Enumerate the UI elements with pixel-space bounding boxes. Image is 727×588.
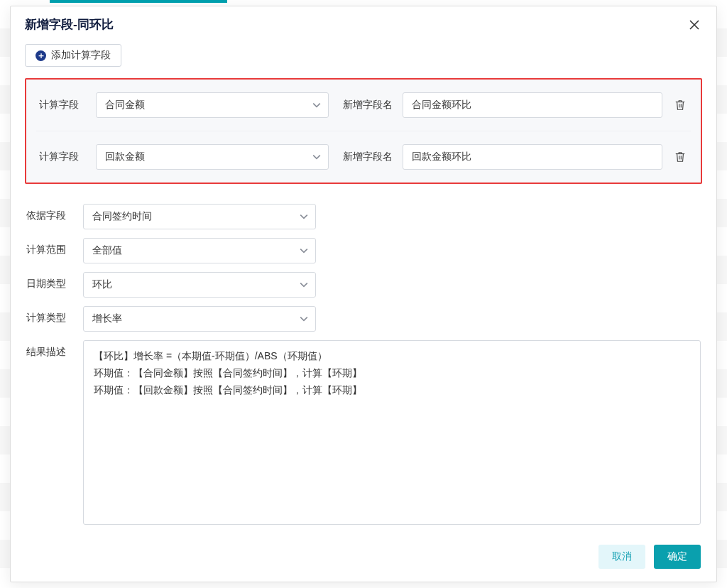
newname-label: 新增字段名 xyxy=(339,99,393,111)
modal-header: 新增字段-同环比 xyxy=(11,6,716,41)
calc-type-value: 增长率 xyxy=(92,312,122,325)
calc-field-select[interactable]: 回款金额 xyxy=(96,144,329,170)
calc-fields-block: 计算字段 合同金额 新增字段名 计算字段 回款金额 新增字段名 xyxy=(25,78,702,184)
calc-field-label: 计算字段 xyxy=(39,99,86,111)
date-type-label: 日期类型 xyxy=(26,272,73,290)
chevron-down-icon xyxy=(312,153,321,161)
calc-field-label: 计算字段 xyxy=(39,151,86,163)
basis-label: 依据字段 xyxy=(26,204,73,222)
date-type-select[interactable]: 环比 xyxy=(83,272,316,298)
cancel-button[interactable]: 取消 xyxy=(598,545,645,569)
range-value: 全部值 xyxy=(92,244,122,257)
calc-row: 计算字段 回款金额 新增字段名 xyxy=(36,131,691,183)
chevron-down-icon xyxy=(312,101,321,109)
calc-field-select[interactable]: 合同金额 xyxy=(96,92,329,118)
trash-icon[interactable] xyxy=(672,97,688,113)
calc-field-value: 合同金额 xyxy=(105,99,145,111)
date-type-value: 环比 xyxy=(92,278,112,291)
basis-value: 合同签约时间 xyxy=(92,210,152,223)
calc-row: 计算字段 合同金额 新增字段名 xyxy=(36,80,691,131)
config-grid: 依据字段 合同签约时间 计算范围 全部值 日期类型 环比 xyxy=(25,200,702,529)
modal-title: 新增字段-同环比 xyxy=(25,16,114,33)
add-calc-field-button[interactable]: ＋ 添加计算字段 xyxy=(25,44,121,67)
range-label: 计算范围 xyxy=(26,238,73,256)
calc-field-value: 回款金额 xyxy=(105,151,145,163)
calc-type-label: 计算类型 xyxy=(26,306,73,325)
modal-add-field-ratio: 新增字段-同环比 ＋ 添加计算字段 计算字段 合同金额 新增字段名 xyxy=(10,6,717,582)
newname-input[interactable] xyxy=(403,92,662,118)
date-type-row: 日期类型 环比 xyxy=(25,268,702,302)
close-icon[interactable] xyxy=(687,17,702,33)
plus-circle-icon: ＋ xyxy=(35,50,46,61)
ok-button[interactable]: 确定 xyxy=(654,545,701,569)
add-button-label: 添加计算字段 xyxy=(51,49,111,62)
modal-body: ＋ 添加计算字段 计算字段 合同金额 新增字段名 计算字段 回款金额 xyxy=(11,41,716,535)
chevron-down-icon xyxy=(300,281,308,289)
basis-select[interactable]: 合同签约时间 xyxy=(83,204,316,229)
modal-footer: 取消 确定 xyxy=(11,535,716,582)
chevron-down-icon xyxy=(300,212,308,221)
range-row: 计算范围 全部值 xyxy=(25,234,702,268)
newname-input[interactable] xyxy=(403,144,662,170)
chevron-down-icon xyxy=(300,246,308,255)
desc-row: 结果描述 【环比】增长率 =（本期值-环期值）/ABS（环期值） 环期值：【合同… xyxy=(25,336,702,529)
trash-icon[interactable] xyxy=(672,149,688,165)
calc-type-row: 计算类型 增长率 xyxy=(25,302,702,336)
basis-row: 依据字段 合同签约时间 xyxy=(25,200,702,234)
range-select[interactable]: 全部值 xyxy=(83,238,316,263)
result-description: 【环比】增长率 =（本期值-环期值）/ABS（环期值） 环期值：【合同金额】按照… xyxy=(83,340,701,525)
chevron-down-icon xyxy=(300,315,308,323)
newname-label: 新增字段名 xyxy=(339,151,393,163)
desc-label: 结果描述 xyxy=(26,340,73,359)
calc-type-select[interactable]: 增长率 xyxy=(83,306,316,332)
